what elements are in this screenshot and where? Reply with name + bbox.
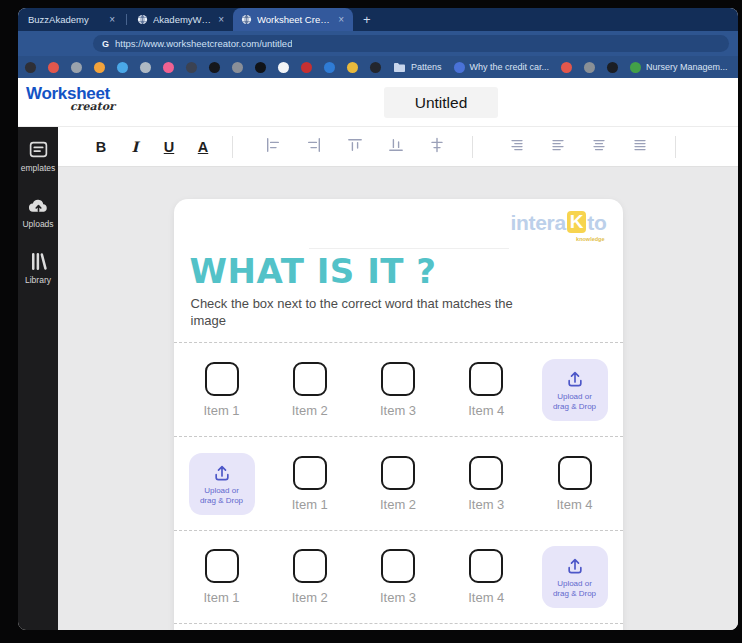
bookmark-favicon-icon [454, 62, 465, 73]
obj-align-left-button[interactable] [255, 132, 291, 162]
obj-align-center-icon [429, 137, 445, 156]
answer-checkbox[interactable] [293, 362, 327, 396]
bookmark-favicon-icon[interactable] [186, 62, 197, 73]
bookmark-favicon-icon[interactable] [347, 62, 358, 73]
reload-icon[interactable] [49, 37, 62, 50]
address-bar[interactable]: G https://www.worksheetcreator.com/untit… [93, 35, 729, 52]
bookmark-favicon-icon[interactable] [278, 62, 289, 73]
obj-align-center-button[interactable] [419, 132, 455, 162]
upload-dropzone[interactable]: Upload ordrag & Drop [542, 359, 608, 421]
bookmark-favicon-icon[interactable] [163, 62, 174, 73]
bookmark-favicon-icon[interactable] [584, 62, 595, 73]
close-tab-icon[interactable]: × [217, 14, 225, 25]
browser-window: BuzzAkademy×AkademyWorksheers×Worksheet … [18, 8, 738, 630]
tab-title: Worksheet Creator [257, 14, 332, 25]
answer-option: Item 1 [277, 456, 343, 512]
answer-checkbox[interactable] [381, 549, 415, 583]
answer-checkbox[interactable] [469, 456, 503, 490]
app-header: Worksheet creator Untitled [18, 78, 738, 127]
italic-button[interactable]: I [118, 138, 152, 155]
upload-dropzone[interactable]: Upload ordrag & Drop [542, 546, 608, 608]
bookmark-favicon-icon[interactable] [117, 62, 128, 73]
site-favicon-icon [241, 14, 252, 25]
answer-checkbox[interactable] [381, 456, 415, 490]
worksheet-row: Item 1Item 2Item 3Item 4Upload ordrag & … [174, 530, 623, 624]
worksheet-page[interactable]: interaKto knowledge WHAT IS IT ? Check t… [174, 199, 623, 630]
answer-label: Item 3 [380, 403, 416, 418]
answer-option: Item 2 [277, 549, 343, 605]
answer-label: Item 1 [203, 590, 239, 605]
answer-option: Item 3 [365, 362, 431, 418]
bookmark-favicon-icon[interactable] [209, 62, 220, 73]
answer-checkbox[interactable] [469, 362, 503, 396]
bookmark-favicon-icon[interactable] [370, 62, 381, 73]
close-tab-icon[interactable]: × [108, 14, 116, 25]
bookmark-link[interactable]: Nursery Managem... [630, 62, 728, 73]
obj-align-bottom-button[interactable] [378, 132, 414, 162]
bookmark-favicon-icon[interactable] [255, 62, 266, 73]
worksheet-rows: Item 1Item 2Item 3Item 4Upload ordrag & … [174, 342, 623, 624]
sidebar-item-templates[interactable]: emplates [18, 139, 58, 173]
answer-checkbox[interactable] [293, 456, 327, 490]
worksheet-row: Upload ordrag & DropItem 1Item 2Item 3It… [174, 436, 623, 530]
sidebar-item-library[interactable]: Library [18, 251, 58, 285]
bookmark-favicon-icon[interactable] [607, 62, 618, 73]
toolbar-divider [472, 136, 473, 158]
home-icon[interactable] [71, 37, 84, 50]
answer-checkbox[interactable] [381, 362, 415, 396]
obj-align-right-button[interactable] [296, 132, 332, 162]
text-align-right-button[interactable] [499, 132, 535, 162]
text-justify-button[interactable] [622, 132, 658, 162]
browser-tab[interactable]: AkademyWorksheers× [129, 8, 233, 31]
answer-label: Item 4 [468, 590, 504, 605]
toolbar-divider [232, 136, 233, 158]
browser-tab[interactable]: Worksheet Creator× [233, 8, 353, 31]
bookmark-favicon-icon[interactable] [301, 62, 312, 73]
answer-option: Item 4 [453, 362, 519, 418]
answer-option: Item 1 [189, 362, 255, 418]
upload-icon [212, 463, 232, 483]
new-tab-button[interactable]: + [353, 8, 381, 31]
uploads-cloud-icon [28, 195, 49, 216]
bold-button[interactable]: B [84, 139, 118, 155]
answer-checkbox[interactable] [205, 362, 239, 396]
bookmark-favicon-icon[interactable] [71, 62, 82, 73]
upload-dropzone[interactable]: Upload ordrag & Drop [189, 453, 255, 515]
upload-text: drag & Drop [200, 496, 243, 505]
browser-tab[interactable]: BuzzAkademy× [20, 8, 124, 31]
text-align-left-button[interactable] [540, 132, 576, 162]
bookmark-favicon-icon[interactable] [25, 62, 36, 73]
answer-checkbox[interactable] [558, 456, 592, 490]
upload-text: Upload or [557, 392, 592, 401]
answer-checkbox[interactable] [293, 549, 327, 583]
text-color-button[interactable]: A [186, 139, 220, 155]
bookmark-favicon-icon[interactable] [94, 62, 105, 73]
upload-text: drag & Drop [553, 589, 596, 598]
bookmark-link[interactable]: Why the credit car... [454, 62, 550, 73]
answer-checkbox[interactable] [205, 549, 239, 583]
text-align-center-button[interactable] [581, 132, 617, 162]
bookmark-favicon-icon[interactable] [48, 62, 59, 73]
obj-align-left-icon [265, 137, 281, 156]
worksheet-title[interactable]: WHAT IS IT ? [190, 254, 607, 288]
document-title-field[interactable]: Untitled [384, 87, 498, 118]
answer-label: Item 2 [292, 590, 328, 605]
bookmark-favicon-icon[interactable] [561, 62, 572, 73]
answer-label: Item 2 [292, 403, 328, 418]
sidebar-item-uploads[interactable]: Uploads [18, 195, 58, 229]
answer-option: Item 2 [277, 362, 343, 418]
bookmark-favicon-icon[interactable] [324, 62, 335, 73]
bookmark-folder[interactable]: Pattens [393, 62, 442, 73]
bookmark-favicon-icon[interactable] [232, 62, 243, 73]
bookmark-favicon-icon[interactable] [140, 62, 151, 73]
collapse-toolbar-button[interactable] [716, 132, 738, 162]
obj-align-top-button[interactable] [337, 132, 373, 162]
worksheet-instructions[interactable]: Check the box next to the correct word t… [191, 295, 526, 329]
forward-icon[interactable] [27, 37, 40, 50]
text-align-right-icon [509, 137, 525, 156]
answer-checkbox[interactable] [469, 549, 503, 583]
close-tab-icon[interactable]: × [337, 14, 345, 25]
underline-button[interactable]: U [152, 139, 186, 155]
editor-column: B I U A in [58, 127, 738, 630]
bookmark-favicon-icon [630, 62, 641, 73]
